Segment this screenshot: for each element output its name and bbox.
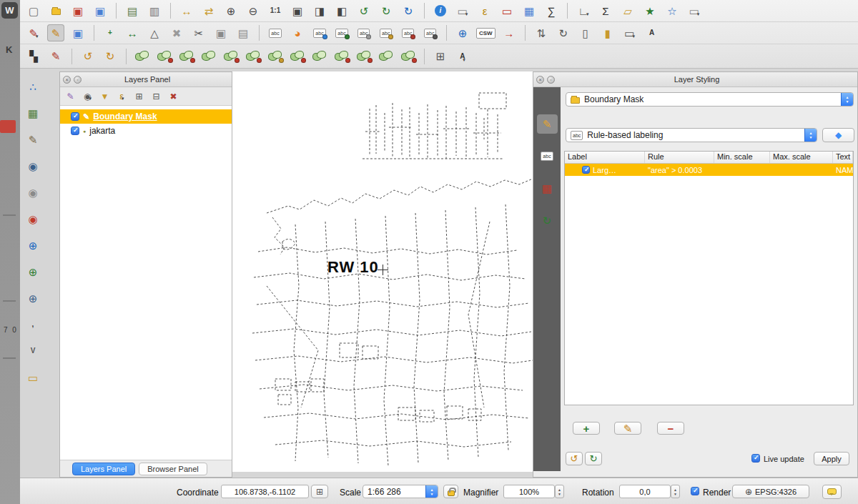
styling-layer-select[interactable]: Boundary Mask [566,92,854,107]
metasearch-button[interactable]: ⊕ [454,24,471,41]
zoom-to-selection-button[interactable]: ◨ [311,2,328,19]
remove-rule-button[interactable]: − [657,422,684,435]
coordinate-input[interactable]: 106.8738,-6.1102 [221,485,309,498]
layer-visibility-checkbox[interactable] [71,112,79,121]
styling-undo-button[interactable]: ↺ [566,452,583,465]
cut-features-button[interactable]: ✂ [190,24,207,41]
new-project-button[interactable]: ▢ [25,2,42,19]
render-checkbox[interactable] [691,487,699,495]
pin-unpin-labels-button[interactable]: ▯ [577,24,594,41]
tab-diagrams[interactable]: ▦ [537,179,558,198]
identify-features-button[interactable]: i [432,2,449,19]
clip-button[interactable] [156,48,173,65]
zoom-to-layer-button[interactable]: ◧ [333,2,350,19]
show-hide-labels-button[interactable]: ▭▾ [621,24,638,41]
label-hide-button[interactable]: abc▾ [400,24,417,41]
text-annotation-button[interactable]: A▾ [454,48,471,65]
rotation-stepper[interactable] [671,485,680,498]
show-bookmarks-button[interactable]: ☆ [664,2,681,19]
deselect-features-button[interactable]: ▭ [498,2,516,19]
add-wfs-layer-button[interactable]: ⊕ [24,290,41,307]
osm-place-search-button[interactable]: → [500,24,518,41]
pan-to-selection-button[interactable]: ⇄ [200,2,217,19]
zoom-last-button[interactable]: ↺ [355,2,373,19]
add-wcs-layer-button[interactable]: ⊕ [24,263,41,280]
csw-search-button[interactable]: CSW [476,24,495,41]
rotate-label-button[interactable]: ↻ [555,24,572,41]
tab-layers-panel[interactable]: Layers Panel [72,463,135,475]
background-red-tile[interactable] [0,120,16,133]
merge-features-button[interactable] [311,48,328,65]
copy-features-button[interactable]: ▣ [212,24,230,41]
edit-rule-button[interactable]: ✎ [614,422,641,435]
layer-item[interactable]: ✎Boundary Mask [60,109,232,124]
close-panel-button[interactable]: × [63,76,71,84]
magnifier-stepper[interactable] [555,485,564,498]
reshape-features-button[interactable] [355,48,373,65]
simplify-feature-button[interactable] [400,48,417,65]
snapping-options-button[interactable]: ⊞ [432,48,449,65]
automated-placement-button[interactable]: ◆ [822,128,854,142]
tab-labels-icon[interactable]: abc [538,148,556,165]
tab-diagrams-icon[interactable]: ▦ [538,180,556,197]
column-header-label[interactable]: Label [565,152,645,163]
column-header-text[interactable]: Text [833,152,853,163]
styling-redo-button[interactable]: ↻ [585,452,602,465]
tab-history[interactable]: ↻ [537,211,558,230]
tab-labels[interactable]: abc [537,147,558,166]
label-toolbar-green-button[interactable]: abc [333,24,350,41]
scale-combobox[interactable]: 1:66 286 [363,485,438,498]
labeling-options-button[interactable]: abc [267,24,284,41]
live-update-checkbox[interactable] [751,454,760,463]
delete-selected-button[interactable]: ✖ [168,24,185,41]
float-panel-button[interactable]: ◦ [547,76,555,84]
add-feature-button[interactable]: + [102,24,119,41]
redo-button[interactable]: ↻ [102,48,119,65]
open-project-button[interactable] [47,2,64,19]
crs-status-button[interactable]: ⊕ EPSG:4326 [732,485,809,498]
filter-by-expression-button[interactable]: ε▾ [114,89,129,104]
select-features-button[interactable]: ▭▾ [454,2,471,19]
rotation-input[interactable]: 0,0 [619,485,671,498]
move-feature-button[interactable]: ↔ [124,24,141,41]
label-settings-button[interactable]: abc▾ [355,24,373,41]
fill-style-button[interactable]: ✎ [47,48,64,65]
highlight-pinned-labels-button[interactable]: ▮ [599,24,616,41]
intersection-button[interactable] [222,48,240,65]
background-app-badge[interactable]: W [1,2,18,19]
add-oracle-layer-button[interactable]: ◉ [24,210,41,227]
rule-checkbox[interactable] [582,166,590,174]
save-project-button[interactable]: ▣ [69,2,87,19]
zoom-next-button[interactable]: ↻ [378,2,395,19]
add-raster-layer-button[interactable]: ▦ [24,104,41,122]
measure-button[interactable]: ∟▾ [575,2,592,19]
scale-lock-button[interactable] [443,485,458,498]
tab-history-icon[interactable]: ↻ [538,212,556,229]
zoom-native-button[interactable]: 1:1 [267,2,284,19]
buffer-button[interactable] [134,48,151,65]
composer-manager-button[interactable]: ▥ [146,2,163,19]
label-pin-button[interactable]: abc▾ [378,24,395,41]
current-edits-button[interactable]: ✎▾ [25,24,42,41]
zoom-in-button[interactable]: ⊕ [222,2,240,19]
filter-legend-button[interactable]: ▼ [97,89,112,104]
close-panel-button[interactable]: × [536,76,544,84]
select-by-expression-button[interactable]: ε [476,2,493,19]
split-features-button[interactable] [378,48,395,65]
add-wms-layer-button[interactable]: ⊕ [24,237,41,254]
add-mssql-layer-button[interactable]: ◉ [24,184,41,201]
change-label-properties-button[interactable]: A [644,24,661,41]
remove-layer-button[interactable]: ✖ [166,89,181,104]
symmetric-difference-button[interactable] [245,48,262,65]
difference-button[interactable] [178,48,195,65]
expand-all-button[interactable]: ⊞ [132,89,147,104]
map-canvas[interactable]: RW 10 [232,71,533,472]
column-header-min-scale[interactable]: Min. scale [714,152,770,163]
apply-button[interactable]: Apply [814,452,849,465]
add-virtual-layer-button[interactable]: V [24,342,41,360]
tab-browser-panel[interactable]: Browser Panel [139,463,207,475]
tab-symbology-icon[interactable]: ✎ [538,116,556,133]
label-rules-button[interactable]: abc▾ [422,24,439,41]
toggle-extents-button[interactable]: ⊞ [311,485,328,498]
add-spatialite-layer-button[interactable]: ✎ [24,131,41,148]
